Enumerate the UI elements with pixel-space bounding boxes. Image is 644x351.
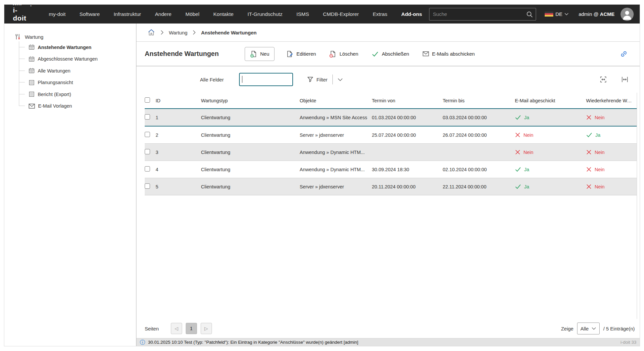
sidebar-item-planungsansicht[interactable]: Planungsansicht — [19, 77, 136, 89]
row-checkbox[interactable] — [145, 114, 150, 120]
next-page-button[interactable]: ▷ — [201, 323, 212, 334]
e-mails-abschicken-button[interactable]: E-Mails abschicken — [418, 48, 480, 60]
bool-label: Nein — [595, 184, 605, 189]
doc-minus-icon — [329, 50, 336, 58]
row-checkbox[interactable] — [145, 132, 150, 137]
abschließen-button[interactable]: Abschließen — [367, 47, 414, 61]
bool-label: Nein — [523, 132, 533, 138]
column-header-objekte[interactable]: Objekte — [300, 98, 372, 103]
german-flag-icon — [545, 12, 553, 17]
page-size-select[interactable]: Alle — [577, 323, 600, 334]
nav-item-software[interactable]: Software — [73, 5, 107, 24]
home-icon[interactable] — [147, 28, 155, 36]
row-checkbox[interactable] — [145, 183, 150, 189]
current-page-button[interactable]: 1 — [186, 323, 197, 334]
logged-in-user[interactable]: admin @ ACME — [578, 11, 615, 17]
chevron-down-icon — [565, 13, 569, 15]
user-avatar-icon[interactable] — [620, 8, 634, 21]
cell-wartungstyp: Clientwartung — [201, 132, 300, 138]
search-input[interactable] — [429, 8, 536, 21]
cell-objekte: Anwendung » Dynamic HTM... — [300, 150, 372, 155]
cell-id: 2 — [156, 132, 201, 138]
column-header-id[interactable]: ID — [156, 98, 201, 103]
table-row-2[interactable]: 2ClientwartungServer » jdxenserver25.07.… — [145, 126, 637, 144]
sidebar-item-alle-wartungen[interactable]: Alle Wartungen — [19, 65, 136, 77]
nav-item-isms[interactable]: ISMS — [289, 5, 316, 24]
row-checkbox[interactable] — [145, 149, 150, 154]
user-name: admin @ — [578, 11, 598, 17]
table-row-3[interactable]: 3ClientwartungAnwendung » Dynamic HTM...… — [145, 144, 637, 161]
sidebar-root-wartung[interactable]: Wartung — [15, 32, 136, 41]
prev-page-button[interactable]: ◁ — [171, 323, 182, 334]
cross-icon — [515, 132, 520, 138]
table-row-5[interactable]: 5ClientwartungServer » jdxenserver20.11.… — [145, 178, 637, 195]
filter-button[interactable]: Filter — [307, 76, 327, 83]
nav-item-it-grundschutz[interactable]: IT-Grundschutz — [240, 5, 289, 24]
breadcrumb-wartung[interactable]: Wartung — [169, 30, 187, 35]
cell-wartungstyp: Clientwartung — [201, 115, 300, 120]
cell-termin-bis: 03.03.2024 00:00:00 — [443, 115, 515, 120]
cell-id: 1 — [156, 115, 201, 120]
cross-icon — [586, 184, 592, 189]
check-icon — [515, 114, 521, 121]
sidebar-item-e-mail-vorlagen[interactable]: E-Mail Vorlagen — [19, 100, 136, 112]
column-resize-icon[interactable] — [621, 75, 629, 83]
column-header-termin-von[interactable]: Termin von — [372, 98, 443, 103]
cell-email-abgeschickt: Nein — [515, 149, 586, 155]
top-navbar: ••••• • i-doit my-doitSoftwareInfrastruk… — [4, 5, 640, 24]
column-header-wiederkehrende-war[interactable]: Wiederkehrende War... — [586, 98, 637, 103]
nav-item-andere[interactable]: Andere — [148, 5, 178, 24]
nav-item-cmdb-explorer[interactable]: CMDB-Explorer — [316, 5, 366, 24]
sidebar-item-bericht-export[interactable]: Bericht (Export) — [19, 88, 136, 100]
select-all-checkbox[interactable] — [145, 97, 150, 103]
cell-objekte: Anwendung » MSN Site Access — [300, 115, 372, 120]
mail-icon — [28, 103, 35, 109]
fit-width-icon[interactable] — [599, 75, 607, 83]
sidebar-item-abgeschlossene-wartungen[interactable]: Abgeschlossene Wartungen — [19, 53, 136, 65]
neu-button[interactable]: Neu — [245, 47, 275, 61]
table-row-1[interactable]: 1ClientwartungAnwendung » MSN Site Acces… — [145, 108, 637, 126]
column-header-wartungstyp[interactable]: Wartungstyp — [201, 98, 300, 103]
check-icon — [586, 132, 592, 138]
sidebar-item-label: Alle Wartungen — [38, 68, 71, 74]
filter-input[interactable] — [239, 73, 293, 86]
cell-termin-bis: 02.10.2024 00:00:00 — [443, 167, 515, 172]
löschen-button[interactable]: Löschen — [324, 47, 363, 61]
cell-wartungstyp: Clientwartung — [201, 167, 300, 172]
cell-email-abgeschickt: Ja — [515, 166, 586, 173]
nav-item-möbel[interactable]: Möbel — [178, 5, 206, 24]
page-size-value: Alle — [580, 326, 589, 331]
pagination-bar: Seiten ◁ 1 ▷ Zeige Alle / 5 Einträge(n) — [136, 319, 640, 338]
nav-item-extras[interactable]: Extras — [366, 5, 394, 24]
sidebar-tree: Anstehende WartungenAbgeschlossene Wartu… — [19, 41, 136, 112]
column-header-termin-bis[interactable]: Termin bis — [443, 98, 515, 103]
breadcrumb-separator-icon — [193, 30, 196, 35]
chevron-down-icon — [592, 327, 596, 330]
nav-item-my-doit[interactable]: my-doit — [42, 5, 73, 24]
sidebar-item-label: Planungsansicht — [38, 80, 73, 85]
search-icon[interactable] — [526, 11, 533, 19]
status-message: 30.01.2025 10:10 Test (Typ: "Patchfeld")… — [148, 340, 358, 345]
main-content: Wartung Anstehende Wartungen Anstehende … — [136, 24, 640, 346]
column-header-e-mail-abgeschickt[interactable]: E-Mail abgeschickt — [515, 98, 586, 103]
table-view-tools — [599, 75, 629, 83]
logo-dots-decoration: ••••• — [13, 3, 22, 7]
toolbar: Anstehende Wartungen NeuEditierenLöschen… — [136, 42, 640, 66]
cell-termin-von: 30.09.2024 18:30 — [372, 167, 443, 172]
nav-item-add-ons[interactable]: Add-ons — [394, 5, 429, 24]
idoit-logo[interactable]: ••••• • i-doit — [13, 6, 29, 22]
language-selector[interactable]: DE — [545, 11, 569, 17]
check-icon — [372, 50, 379, 58]
info-icon — [140, 339, 145, 345]
filter-input-wrap — [239, 73, 293, 86]
filter-options-chevron-icon[interactable] — [338, 78, 343, 81]
table-row-4[interactable]: 4ClientwartungAnwendung » Dynamic HTM...… — [145, 161, 637, 178]
pages-label: Seiten — [145, 326, 159, 331]
nav-item-kontakte[interactable]: Kontakte — [206, 5, 240, 24]
row-checkbox[interactable] — [145, 166, 150, 172]
nav-item-infrastruktur[interactable]: Infrastruktur — [107, 5, 148, 24]
cross-icon — [586, 149, 592, 155]
sidebar-item-anstehende-wartungen[interactable]: Anstehende Wartungen — [19, 41, 136, 53]
editieren-button[interactable]: Editieren — [281, 47, 321, 61]
permalink-icon[interactable] — [620, 50, 628, 58]
